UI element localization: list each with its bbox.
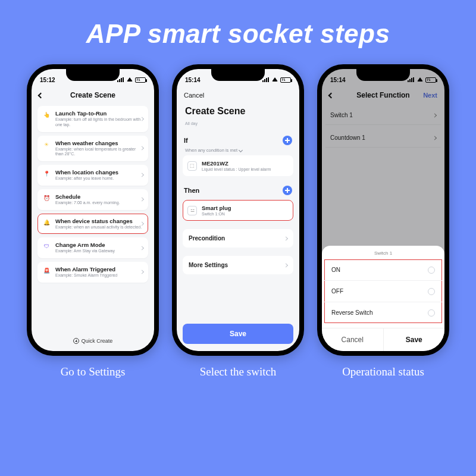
if-sub-label: When any condition is met	[185, 148, 237, 153]
radio-icon	[428, 288, 435, 295]
action-item-smart-plug[interactable]: ⚍ Smart plug Switch 1:ON	[183, 200, 293, 221]
nav-bar: Create Scene	[32, 87, 154, 104]
trigger-sub: Example: 7:00 a.m. every morning.	[55, 201, 143, 206]
trigger-title: Launch Tap-to-Run	[55, 110, 143, 117]
option-list: ONOFFReverse Switch	[324, 259, 442, 323]
precondition-label: Precondition	[189, 235, 225, 242]
scene-subtitle: All day	[185, 121, 198, 126]
chevron-down-icon	[239, 148, 243, 152]
status-icons: 71	[262, 77, 291, 83]
sheet-title: Switch 1	[322, 250, 444, 259]
sheet-actions: Cancel Save	[322, 328, 444, 351]
signal-icon	[117, 77, 124, 82]
trigger-icon: ⏰	[42, 194, 51, 202]
trigger-title: Change Arm Mode	[55, 242, 143, 248]
nav-title: Create Scene	[70, 91, 115, 99]
action-sub: Switch 1:ON	[202, 212, 289, 216]
scene-title: Create Scene	[185, 106, 291, 117]
phone-1: 15:12 71 Create Scene 👆Launch Tap-to-Run…	[27, 64, 159, 356]
condition-sub: Liquid level status : Upper level alarm	[202, 167, 289, 171]
trigger-title: When location changes	[55, 169, 143, 176]
trigger-sub: Example: when local temperature is great…	[55, 147, 143, 158]
more-settings-row[interactable]: More Settings	[183, 256, 293, 274]
trigger-card[interactable]: 🔔When device status changesExample: when…	[37, 214, 148, 234]
nav-bar: Cancel	[177, 87, 299, 104]
status-time: 15:12	[40, 77, 55, 83]
trigger-title: When device status changes	[55, 218, 143, 224]
radio-icon	[428, 267, 435, 274]
battery-icon: 71	[280, 77, 291, 83]
scene-builder: Create Scene All day If When any conditi…	[177, 104, 299, 351]
add-action-button[interactable]	[283, 186, 292, 195]
status-time: 15:14	[185, 77, 201, 83]
option-row[interactable]: OFF	[324, 280, 442, 302]
chevron-right-icon	[284, 263, 288, 267]
plus-icon	[73, 338, 79, 344]
trigger-icon: 📍	[42, 170, 51, 178]
precondition-row[interactable]: Precondition	[183, 229, 293, 248]
captions-row: Go to Settings Select the switch Operati…	[0, 365, 476, 378]
trigger-title: Schedule	[55, 193, 143, 200]
save-bar: Save	[183, 324, 293, 344]
trigger-card[interactable]: ⏰ScheduleExample: 7:00 a.m. every mornin…	[37, 189, 148, 210]
trigger-sub: Example: after you leave home.	[55, 176, 143, 181]
if-section: If When any condition is met ⬚ ME201WZ L…	[183, 136, 293, 178]
trigger-sub: Example: Smoke Alarm Triggered	[55, 273, 143, 278]
wifi-icon	[272, 77, 278, 82]
notch	[211, 69, 265, 81]
trigger-title: When weather changes	[55, 140, 143, 146]
phones-row: 15:12 71 Create Scene 👆Launch Tap-to-Run…	[0, 64, 476, 356]
condition-item[interactable]: ⬚ ME201WZ Liquid level status : Upper le…	[183, 155, 293, 176]
quick-create-label: Quick Create	[82, 338, 113, 344]
quick-create-button[interactable]: Quick Create	[32, 333, 154, 351]
page-title: APP smart socket steps	[0, 0, 476, 49]
more-settings-label: More Settings	[189, 262, 228, 268]
signal-icon	[262, 77, 270, 82]
phone-2: 15:14 71 Cancel Create Scene All day If	[172, 64, 304, 356]
option-label: OFF	[331, 288, 343, 295]
scene-header: Create Scene All day	[183, 106, 293, 129]
chevron-right-icon	[284, 236, 288, 240]
radio-icon	[428, 309, 435, 317]
trigger-card[interactable]: 🛡Change Arm ModeExample: Arm Stay via Ga…	[37, 237, 148, 258]
trigger-icon: 🚨	[42, 267, 51, 275]
option-label: Reverse Switch	[331, 309, 372, 316]
then-section: Then ⚍ Smart plug Switch 1:ON	[183, 186, 293, 223]
plug-icon: ⚍	[187, 206, 197, 215]
trigger-icon: 🛡	[42, 242, 51, 250]
if-condition-mode[interactable]: When any condition is met	[183, 148, 293, 153]
caption-2: Select the switch	[172, 365, 304, 378]
if-label: If	[184, 137, 188, 144]
trigger-card[interactable]: 👆Launch Tap-to-RunExample: turn off all …	[37, 106, 148, 132]
wifi-icon	[127, 77, 133, 82]
condition-title: ME201WZ	[202, 160, 289, 167]
trigger-card[interactable]: ☀When weather changesExample: when local…	[37, 136, 148, 162]
scene-trigger-list: 👆Launch Tap-to-RunExample: turn off all …	[32, 104, 154, 333]
trigger-title: When Alarm Triggered	[55, 266, 143, 273]
option-row[interactable]: ON	[324, 259, 442, 280]
notch	[356, 69, 410, 81]
back-button[interactable]	[39, 91, 43, 99]
phone-3: 15:14 71 Select Function Next Switch 1Co…	[317, 64, 449, 356]
notch	[66, 69, 120, 81]
option-row[interactable]: Reverse Switch	[324, 302, 442, 323]
battery-icon: 71	[135, 77, 146, 83]
sheet-save-button[interactable]: Save	[384, 328, 445, 351]
action-sheet: Switch 1 ONOFFReverse Switch Cancel Save	[322, 246, 444, 351]
trigger-icon: 🔔	[42, 218, 51, 227]
save-button[interactable]: Save	[183, 324, 293, 344]
trigger-icon: 👆	[42, 111, 51, 119]
cancel-button[interactable]: Cancel	[184, 92, 204, 99]
trigger-sub: Example: Arm Stay via Gateway	[55, 249, 143, 254]
trigger-sub: Example: turn off all lights in the bedr…	[55, 117, 143, 128]
trigger-card[interactable]: 🚨When Alarm TriggeredExample: Smoke Alar…	[37, 262, 148, 283]
trigger-card[interactable]: 📍When location changesExample: after you…	[37, 165, 148, 186]
chevron-left-icon	[38, 93, 44, 99]
trigger-sub: Example: when an unusual activity is det…	[55, 225, 143, 230]
action-title: Smart plug	[202, 205, 289, 211]
caption-3: Operational status	[317, 365, 449, 378]
status-icons: 71	[117, 77, 146, 83]
option-label: ON	[331, 267, 340, 273]
add-condition-button[interactable]	[283, 136, 292, 145]
sheet-cancel-button[interactable]: Cancel	[322, 328, 384, 351]
